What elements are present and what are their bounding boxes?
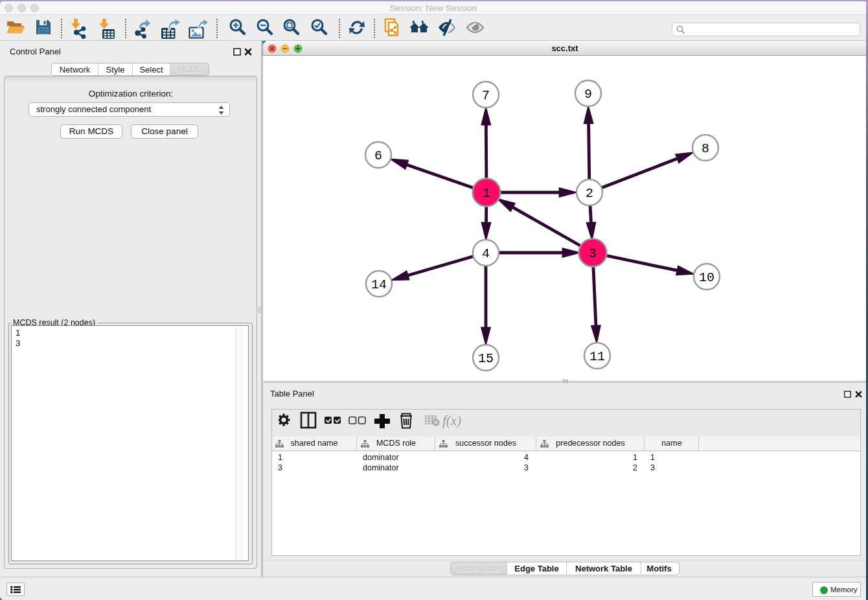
svg-text:4: 4	[482, 246, 490, 261]
svg-text:2: 2	[586, 186, 593, 201]
svg-text:9: 9	[584, 87, 592, 102]
svg-text:15: 15	[478, 351, 494, 366]
svg-text:7: 7	[482, 88, 490, 103]
svg-text:10: 10	[699, 270, 714, 285]
svg-text:3: 3	[589, 246, 597, 261]
svg-text:8: 8	[702, 141, 709, 156]
svg-text:11: 11	[589, 349, 605, 364]
svg-text:6: 6	[374, 148, 382, 163]
svg-text:1: 1	[483, 186, 490, 201]
svg-text:14: 14	[371, 277, 387, 292]
svg-text:f(x): f(x)	[442, 413, 461, 428]
